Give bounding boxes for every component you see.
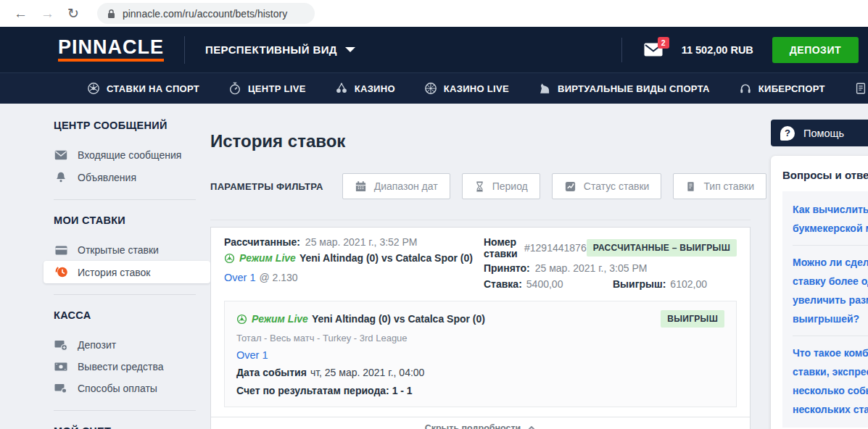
browser-forward-button[interactable]: → — [41, 7, 54, 20]
deposit-icon — [54, 339, 68, 351]
withdraw-icon — [54, 362, 68, 371]
sidebar-item-bet-history[interactable]: История ставок — [44, 261, 210, 283]
chevron-down-icon — [345, 47, 355, 52]
main: История ставок ПАРАМЕТРЫ ФИЛЬТРА Диапазо… — [210, 104, 751, 429]
collapse-details-button[interactable]: Скрыть подробности — [211, 417, 750, 429]
event-date-label: Дата события — [236, 367, 307, 378]
settled-label: Рассчитанные: — [224, 236, 300, 248]
period-score: Счет по результатам периода: 1 - 1 — [236, 385, 724, 396]
date-range-filter-button[interactable]: Диапазон дат — [342, 173, 450, 199]
url-text: pinnacle.com/ru/account/bets/history — [123, 8, 287, 20]
period-filter-button[interactable]: Период — [462, 173, 540, 199]
sidebar-item-inbox[interactable]: Входящие сообщения — [44, 144, 210, 166]
bet-number-value: #1291441876 — [524, 242, 587, 254]
lock-icon — [107, 9, 115, 19]
bet-detail: Режим Live Yeni Altindag (0) vs Catalca … — [224, 301, 737, 407]
site-header: PINNACLE ПЕРСПЕКТИВНЫЙ ВИД 2 11 502,00 R… — [0, 27, 868, 72]
sidebar-item-label: Открытые ставки — [78, 244, 159, 256]
envelope-icon — [54, 150, 68, 160]
accepted-date: 25 мар. 2021 г., 3:05 PM — [535, 262, 648, 274]
stake-value: 5400,00 — [526, 278, 563, 290]
live-soccer-icon — [236, 314, 247, 325]
collapse-details-label: Скрыть подробности — [425, 423, 521, 429]
faq-question-parlays[interactable]: Что такое комбинированные ставки, экспре… — [793, 336, 868, 426]
faq-panel: Вопросы и ответы Как вычислить размер бу… — [771, 156, 868, 429]
win-value: 6102,00 — [670, 278, 707, 290]
deposit-button[interactable]: ДЕПОЗИТ — [772, 37, 859, 63]
faq-question-line: Что такое комбинированные — [793, 343, 868, 362]
nav-item-virtual-sports[interactable]: ВИРТУАЛЬНЫЕ ВИДЫ СПОРТА — [538, 82, 710, 95]
win-label: Выигрыш: — [613, 278, 666, 290]
nav-item-live-centre[interactable]: ЦЕНТР LIVE — [228, 82, 306, 95]
nav-item-esports[interactable]: КИБЕРСПОРТ — [739, 82, 825, 95]
payment-methods-icon — [54, 383, 68, 394]
nav-item-sports[interactable]: СТАВКИ НА СПОРТ — [87, 82, 199, 95]
event-name: Yeni Altindag (0) vs Catalca Spor (0) — [312, 313, 485, 325]
sidebar-item-label: Входящие сообщения — [78, 149, 181, 161]
stake-label: Ставка: — [484, 278, 522, 290]
odds-value: @ 2.130 — [260, 272, 298, 283]
pinnacle-logo[interactable]: PINNACLE — [58, 38, 164, 62]
help-button[interactable]: ? Помощь — [771, 120, 868, 146]
filter-button-label: Тип ставки — [703, 180, 754, 192]
bet-type-filter-button[interactable]: Тип ставки — [673, 173, 766, 199]
filter-row: ПАРАМЕТРЫ ФИЛЬТРА Диапазон дат Период — [210, 173, 751, 199]
nav-item-blog[interactable]: АНАЛИТИЧЕСКИЙ БЛОГ — [854, 82, 868, 95]
bet-summary: Рассчитанные: 25 мар. 2021 г., 3:52 PM Р… — [211, 228, 750, 299]
sidebar-item-deposit[interactable]: Депозит — [44, 334, 210, 356]
view-mode-label: ПЕРСПЕКТИВНЫЙ ВИД — [205, 43, 337, 56]
calendar-icon — [355, 180, 367, 193]
history-icon — [54, 266, 68, 278]
sidebar-divider — [54, 294, 196, 295]
sidebar-item-payment-methods[interactable]: Способы оплаты — [44, 378, 210, 399]
faq-question-margin[interactable]: Как вычислить размер букмекерской маржи? — [793, 193, 868, 246]
bet-type-icon — [685, 180, 696, 193]
result-badge: ВЫИГРЫШ — [661, 310, 724, 328]
sidebar-section-my-account: МОЙ СЧЕТ — [44, 425, 210, 429]
selection-link[interactable]: Over 1 — [236, 349, 268, 361]
address-bar[interactable]: pinnacle.com/ru/account/bets/history — [97, 3, 315, 24]
nav-label: КИБЕРСПОРТ — [759, 83, 825, 94]
hourglass-icon — [474, 180, 485, 193]
sidebar-item-announcements[interactable]: Объявления — [44, 166, 210, 188]
bet-status-filter-button[interactable]: Статус ставки — [552, 173, 662, 199]
filter-button-label: Статус ставки — [584, 180, 650, 192]
status-badge: РАССЧИТАННЫЕ – ВЫИГРЫШ — [587, 239, 737, 257]
faq-question-line: букмекерской маржи? — [793, 219, 868, 238]
nav-label: КАЗИНО LIVE — [444, 83, 509, 94]
settled-date: 25 мар. 2021 г., 3:52 PM — [305, 236, 418, 248]
faq-question-line: увеличить размер своих — [793, 291, 868, 309]
bell-icon — [54, 171, 68, 183]
live-mode-label: Режим Live — [239, 252, 296, 264]
faq-question-line: нескольких ставок? — [793, 400, 868, 419]
sidebar-section-message-centre: ЦЕНТР СООБЩЕНИЙ — [44, 120, 210, 131]
selection-link[interactable]: Over 1 — [224, 272, 256, 283]
event-name: Yeni Altindag (0) vs Catalca Spor (0) — [299, 252, 473, 264]
slots-icon — [335, 82, 348, 95]
question-icon: ? — [780, 126, 795, 141]
faq-question-line: выигрышей? — [793, 309, 868, 328]
bet-summary-right: Номер ставки #1291441876 РАССЧИТАННЫЕ – … — [484, 236, 737, 290]
faq-question-multiple-bets[interactable]: Можно ли сделать одну ставку более одног… — [793, 246, 868, 336]
header-right: 2 11 502,00 RUB ДЕПОЗИТ — [621, 37, 859, 63]
faq-question-line: Как вычислить размер — [793, 200, 868, 219]
sidebar-divider — [54, 199, 196, 200]
nav-item-casino[interactable]: КАЗИНО — [335, 82, 395, 95]
sidebar-item-label: Депозит — [78, 339, 116, 351]
nav-label: КАЗИНО — [355, 83, 395, 94]
event-date-value: чт, 25 мар. 2021 г., 04:00 — [310, 367, 425, 378]
sidebar-section-my-bets: МОИ СТАВКИ — [44, 214, 210, 226]
live-mode-label: Режим Live — [252, 313, 308, 325]
sidebar-divider — [54, 410, 196, 411]
sidebar-item-withdraw[interactable]: Вывести средства — [44, 356, 210, 378]
browser-back-button[interactable]: ← — [14, 7, 28, 20]
nav-item-casino-live[interactable]: КАЗИНО LIVE — [424, 82, 509, 95]
view-mode-dropdown[interactable]: ПЕРСПЕКТИВНЫЙ ВИД — [205, 43, 355, 56]
messages-notification-button[interactable]: 2 — [644, 43, 663, 57]
sidebar-item-label: Объявления — [78, 172, 136, 183]
browser-refresh-button[interactable]: ↻ — [67, 7, 79, 20]
account-balance: 11 502,00 RUB — [682, 44, 753, 56]
stopwatch-icon — [228, 82, 241, 95]
sidebar-item-open-bets[interactable]: Открытые ставки — [44, 239, 210, 261]
sidebar-item-label: Способы оплаты — [78, 383, 157, 394]
